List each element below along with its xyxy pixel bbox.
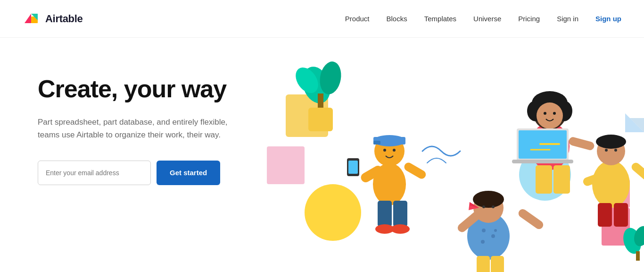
header: Airtable Product Blocks Templates Univer… (0, 0, 644, 38)
svg-marker-0 (25, 14, 31, 23)
get-started-button[interactable]: Get started (157, 161, 220, 185)
main-nav: Product Blocks Templates Universe Pricin… (345, 15, 621, 23)
hero-section: Create, your way Part spreadsheet, part … (0, 38, 644, 272)
svg-point-61 (482, 229, 486, 232)
svg-rect-32 (348, 161, 358, 174)
hero-content: Create, your way Part spreadsheet, part … (0, 38, 264, 185)
svg-rect-70 (517, 207, 545, 230)
hero-description: Part spreadsheet, part database, and ent… (38, 116, 245, 141)
svg-rect-73 (477, 256, 490, 272)
svg-point-53 (596, 135, 626, 149)
svg-point-24 (383, 149, 386, 152)
svg-rect-45 (568, 136, 595, 151)
svg-point-25 (393, 149, 396, 152)
svg-rect-33 (403, 161, 427, 180)
svg-rect-43 (553, 165, 570, 194)
svg-point-66 (473, 191, 504, 208)
svg-rect-3 (267, 146, 305, 184)
svg-point-10 (305, 184, 361, 241)
hero-title: Create, your way (38, 76, 264, 102)
svg-rect-42 (536, 165, 552, 194)
logo-area[interactable]: Airtable (23, 10, 83, 28)
svg-point-51 (592, 161, 630, 208)
svg-point-67 (482, 205, 485, 208)
airtable-logo-icon (23, 10, 41, 28)
svg-rect-57 (614, 203, 628, 227)
email-input[interactable] (38, 161, 151, 185)
svg-point-41 (553, 112, 556, 115)
svg-point-39 (537, 102, 563, 129)
nav-templates[interactable]: Templates (424, 15, 456, 23)
svg-point-62 (491, 234, 495, 238)
illustration-svg (239, 38, 644, 272)
svg-rect-8 (318, 94, 323, 108)
svg-rect-48 (512, 160, 573, 163)
cta-row: Get started (38, 161, 264, 185)
hero-illustration (239, 38, 644, 272)
svg-point-64 (494, 229, 497, 232)
nav-signin[interactable]: Sign in (557, 15, 578, 23)
logo-text: Airtable (45, 13, 83, 25)
svg-point-55 (614, 149, 617, 152)
svg-rect-26 (378, 201, 392, 227)
svg-rect-18 (636, 251, 640, 261)
svg-point-68 (492, 205, 495, 208)
nav-signup[interactable]: Sign up (595, 15, 621, 23)
nav-universe[interactable]: Universe (473, 15, 501, 23)
svg-rect-9 (308, 108, 333, 131)
svg-rect-74 (491, 256, 504, 272)
svg-point-63 (481, 240, 485, 244)
nav-product[interactable]: Product (345, 15, 370, 23)
svg-point-29 (391, 224, 410, 234)
nav-blocks[interactable]: Blocks (387, 15, 407, 23)
svg-rect-59 (630, 161, 644, 183)
svg-rect-23 (373, 141, 380, 144)
svg-point-40 (544, 112, 546, 115)
svg-rect-56 (598, 203, 612, 227)
svg-rect-27 (393, 201, 407, 227)
nav-pricing[interactable]: Pricing (518, 15, 540, 23)
svg-point-54 (605, 149, 608, 152)
